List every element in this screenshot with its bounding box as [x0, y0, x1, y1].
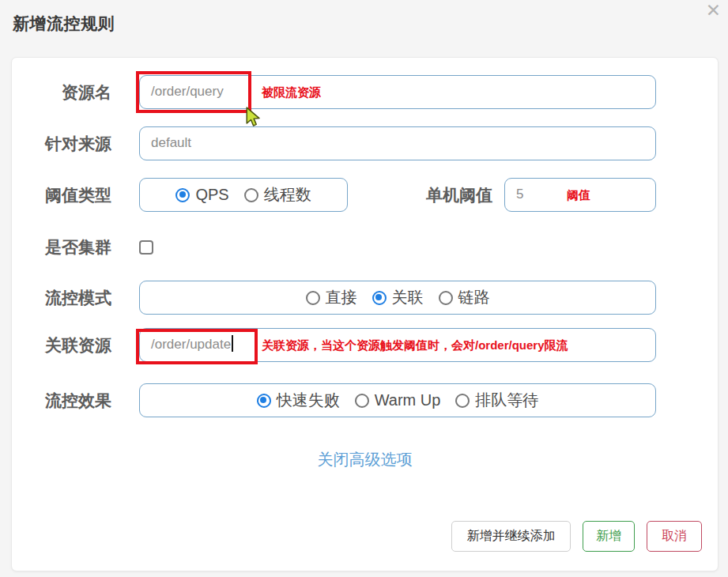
- ref-resource-value: /order/update: [140, 329, 231, 360]
- radio-warm-up[interactable]: Warm Up: [355, 391, 441, 409]
- resource-name-label: 资源名: [12, 75, 111, 109]
- radio-qps-label: QPS: [195, 186, 228, 204]
- ref-resource-label: 关联资源: [12, 328, 111, 362]
- radio-relate-label: 关联: [392, 287, 424, 308]
- origin-label: 针对来源: [12, 126, 111, 160]
- threshold-type-group: QPS 线程数: [139, 178, 348, 212]
- radio-direct[interactable]: 直接: [306, 287, 357, 308]
- cluster-label: 是否集群: [12, 232, 111, 262]
- advanced-options-link[interactable]: 关闭高级选项: [12, 449, 718, 470]
- radio-chain-icon: [439, 291, 453, 305]
- flow-mode-label: 流控模式: [12, 281, 111, 315]
- page: { "dialog": { "title": "新增流控规则", "close_…: [0, 0, 728, 577]
- origin-value: default: [140, 127, 191, 159]
- threshold-annotation: 阈值: [567, 178, 590, 212]
- radio-warm-up-label: Warm Up: [375, 391, 441, 409]
- radio-queue-label: 排队等待: [475, 390, 538, 411]
- radio-relate[interactable]: 关联: [372, 287, 424, 308]
- radio-qps-icon: [175, 188, 190, 202]
- add-button[interactable]: 新增: [583, 521, 635, 552]
- origin-input[interactable]: default: [139, 126, 656, 160]
- ref-resource-annotation: 关联资源，当这个资源触发阈值时，会对/order/query限流: [262, 328, 568, 362]
- flow-effect-label: 流控效果: [12, 383, 111, 417]
- resource-annotation: 被限流资源: [262, 75, 321, 109]
- machine-threshold-value: 5: [505, 179, 523, 210]
- radio-warm-up-icon: [355, 394, 369, 408]
- radio-fail-fast-icon: [257, 394, 271, 408]
- resource-name-value: /order/query: [140, 76, 224, 107]
- radio-qps[interactable]: QPS: [175, 186, 228, 204]
- radio-chain-label: 链路: [458, 287, 490, 308]
- machine-threshold-label: 单机阈值: [334, 178, 492, 212]
- radio-direct-label: 直接: [326, 287, 357, 308]
- radio-chain[interactable]: 链路: [439, 287, 490, 308]
- radio-direct-icon: [306, 291, 320, 305]
- radio-fail-fast[interactable]: 快速失败: [257, 390, 340, 411]
- flow-rule-form-card: 资源名 /order/query 被限流资源 针对来源 default 阈值类型…: [11, 57, 719, 571]
- radio-queue-icon: [455, 394, 470, 408]
- radio-thread-count-label: 线程数: [264, 184, 311, 206]
- text-caret: [232, 335, 233, 352]
- flow-mode-group: 直接 关联 链路: [139, 281, 656, 315]
- flow-effect-group: 快速失败 Warm Up 排队等待: [139, 383, 656, 417]
- threshold-type-label: 阈值类型: [12, 178, 111, 212]
- resource-name-input[interactable]: /order/query: [139, 75, 656, 109]
- cluster-checkbox[interactable]: [139, 240, 153, 255]
- dialog-title: 新增流控规则: [13, 13, 115, 35]
- close-icon[interactable]: ✕: [706, 0, 721, 21]
- radio-thread-count[interactable]: 线程数: [244, 184, 311, 206]
- radio-fail-fast-label: 快速失败: [277, 390, 340, 411]
- radio-queue[interactable]: 排队等待: [455, 390, 538, 411]
- radio-thread-count-icon: [244, 188, 258, 202]
- cancel-button[interactable]: 取消: [647, 521, 702, 552]
- radio-relate-icon: [372, 291, 387, 305]
- add-and-continue-button[interactable]: 新增并继续添加: [451, 521, 571, 552]
